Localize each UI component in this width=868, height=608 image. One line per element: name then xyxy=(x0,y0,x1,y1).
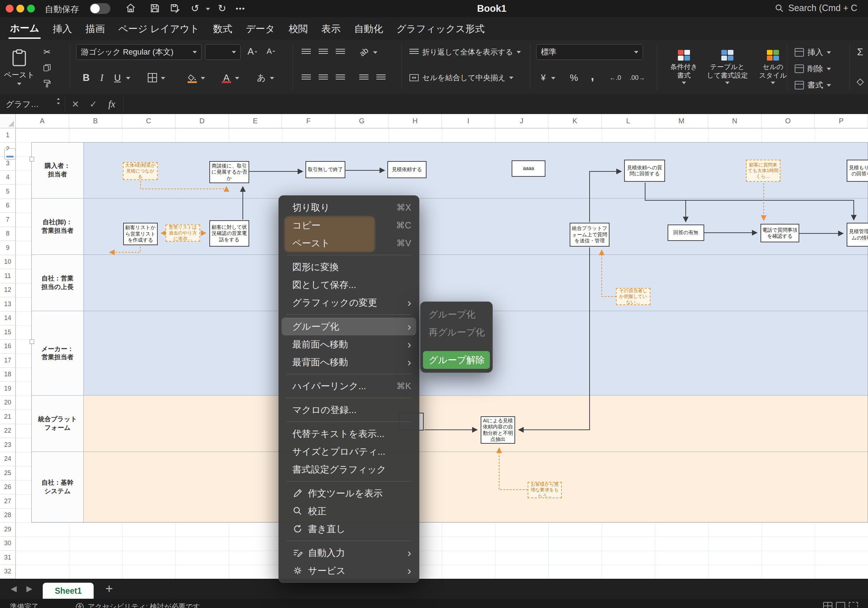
increase-indent-button[interactable] xyxy=(374,71,388,85)
row-header[interactable]: 22 xyxy=(0,424,16,439)
ribbon-tab[interactable]: ホーム xyxy=(9,18,40,39)
normal-view-icon[interactable] xyxy=(823,602,832,608)
row-header[interactable]: 24 xyxy=(0,452,16,466)
flowchart-task[interactable]: AIによる見積依頼内容の自動分析と不明点抽出 xyxy=(480,416,515,444)
column-header[interactable]: J xyxy=(495,114,549,128)
row-header[interactable]: 11 xyxy=(0,269,16,283)
column-header[interactable]: K xyxy=(548,114,602,128)
borders-button[interactable] xyxy=(145,71,160,85)
flowchart-task[interactable]: 取引無しで終了 xyxy=(305,161,346,178)
ribbon-tab[interactable]: 自動化 xyxy=(352,19,384,38)
menu-item[interactable]: コピー⌘C xyxy=(282,216,416,234)
column-header[interactable]: M xyxy=(655,114,708,128)
menu-item[interactable]: 切り取り⌘X xyxy=(282,199,416,216)
format-painter-button[interactable] xyxy=(40,76,54,90)
prev-sheet-icon[interactable]: ◀ xyxy=(11,584,17,593)
ribbon-button[interactable]: テーブルと して書式設定 xyxy=(706,43,749,91)
row-header[interactable]: 19 xyxy=(0,382,16,396)
menu-item[interactable]: グラフィックの変更› xyxy=(282,294,416,311)
flowchart-task[interactable]: aaaa xyxy=(512,160,546,177)
row-header[interactable]: 25 xyxy=(0,466,16,480)
ribbon-button[interactable]: 条件付き 書式 xyxy=(663,43,705,91)
menu-item[interactable]: 代替テキストを表示... xyxy=(282,425,416,443)
flowchart-note[interactable]: 顧客に質問来ても大体1時間くら… xyxy=(746,160,780,182)
flowchart-task[interactable]: 見積管理システムの情報更新 xyxy=(846,223,868,247)
row-header[interactable]: 13 xyxy=(0,297,16,311)
column-header[interactable]: N xyxy=(708,114,761,128)
select-all-corner[interactable] xyxy=(0,114,16,128)
flowchart-note[interactable]: 営業リストは過去のやり方に依存… xyxy=(166,224,200,242)
row-header[interactable]: 8 xyxy=(0,227,16,241)
ribbon-button[interactable]: 挿入 xyxy=(795,45,831,60)
clear-button[interactable]: ◇ xyxy=(853,74,867,89)
flowchart-task[interactable]: 顧客リストから営業リストを作成する xyxy=(123,223,158,245)
column-header[interactable]: P xyxy=(815,114,868,128)
column-header[interactable]: I xyxy=(442,114,495,128)
zoom-button[interactable] xyxy=(27,5,35,12)
add-sheet-button[interactable]: + xyxy=(105,581,113,596)
currency-chevron-icon[interactable] xyxy=(551,77,555,79)
redo-icon[interactable]: ↻ xyxy=(218,3,226,14)
sheet-tab[interactable]: Sheet1 xyxy=(43,583,94,599)
selection-handle[interactable] xyxy=(29,339,34,344)
row-header[interactable]: 4 xyxy=(0,171,16,185)
underline-chevron-icon[interactable] xyxy=(126,77,130,79)
row-header[interactable]: 1 xyxy=(0,128,16,143)
row-header[interactable]: 20 xyxy=(0,396,16,410)
enter-button[interactable]: ✓ xyxy=(85,98,101,110)
ribbon-tab[interactable]: ページ レイアウト xyxy=(117,19,201,38)
flowchart-task[interactable]: 統合プラットフォーム上で質問を送信・管理 xyxy=(570,223,609,247)
more-commands-icon[interactable]: ••• xyxy=(236,3,245,14)
row-header[interactable]: 7 xyxy=(0,213,16,227)
menu-item[interactable]: 作文ツールを表示 xyxy=(282,484,416,502)
submenu-item[interactable]: グループ化 xyxy=(423,305,490,323)
align-middle-button[interactable] xyxy=(316,45,330,59)
row-header[interactable]: 12 xyxy=(0,283,16,298)
flowchart-task[interactable]: 顧客に対して状況確認の営業電話をする xyxy=(209,220,249,247)
comma-format-button[interactable]: , xyxy=(585,68,600,83)
accessibility-status[interactable]: アクセシビリティ: 検討が必要です xyxy=(76,602,200,608)
align-top-button[interactable] xyxy=(299,45,313,59)
minimize-button[interactable] xyxy=(16,5,24,12)
autosave-toggle[interactable] xyxy=(90,3,110,14)
flowchart-task[interactable]: 見積依頼への質問に回答する xyxy=(624,160,665,182)
insert-function-button[interactable]: fx xyxy=(104,98,119,110)
row-header[interactable]: 16 xyxy=(0,340,16,354)
menu-item[interactable]: 校正 xyxy=(282,502,416,520)
autosum-button[interactable]: Σ xyxy=(853,45,867,59)
row-header[interactable]: 30 xyxy=(0,537,16,551)
row-header[interactable]: 18 xyxy=(0,368,16,382)
name-box[interactable]: グラフ… xyxy=(0,94,53,114)
ribbon-button[interactable]: 削除 xyxy=(795,61,831,76)
home-icon[interactable] xyxy=(125,3,136,16)
column-header[interactable]: A xyxy=(16,114,69,128)
row-header[interactable]: 21 xyxy=(0,410,16,424)
row-header[interactable]: 14 xyxy=(0,311,16,326)
menu-item[interactable]: サイズとプロパティ... xyxy=(282,443,416,460)
wrap-text-button[interactable]: 折り返して全体を表示する xyxy=(409,44,521,60)
ribbon-tab[interactable]: 挿入 xyxy=(51,19,73,38)
ribbon-tab[interactable]: データ xyxy=(244,19,276,38)
flowchart-task[interactable]: 回答の有無 xyxy=(668,224,704,241)
submenu-item[interactable]: グループ解除 xyxy=(423,351,490,369)
ribbon-button[interactable]: セルの スタイル xyxy=(752,43,794,91)
row-header[interactable]: 17 xyxy=(0,353,16,368)
save-icon[interactable] xyxy=(150,3,160,16)
menu-item[interactable]: 図形に変換 xyxy=(282,258,416,276)
column-header[interactable]: O xyxy=(761,114,815,128)
formula-input[interactable] xyxy=(125,94,868,114)
orientation-chevron-icon[interactable] xyxy=(373,51,377,54)
ribbon-tab[interactable]: 校閲 xyxy=(287,19,309,38)
flowchart-task[interactable]: 電話で質問事項を確認する xyxy=(761,224,799,243)
menu-item[interactable]: 自動入力› xyxy=(282,544,416,562)
undo-menu-chevron-icon[interactable] xyxy=(206,8,210,10)
underline-button[interactable]: U xyxy=(110,71,125,85)
menu-item[interactable]: 最背面へ移動› xyxy=(282,353,416,371)
menu-item[interactable]: 書式設定グラフィック xyxy=(282,460,416,478)
page-layout-view-icon[interactable] xyxy=(836,602,845,608)
number-format-select[interactable]: 標準 xyxy=(536,44,643,60)
row-header[interactable]: 10 xyxy=(0,255,16,269)
row-header[interactable]: 23 xyxy=(0,438,16,452)
row-header[interactable]: 32 xyxy=(0,565,16,579)
save-as-icon[interactable] xyxy=(169,3,180,16)
